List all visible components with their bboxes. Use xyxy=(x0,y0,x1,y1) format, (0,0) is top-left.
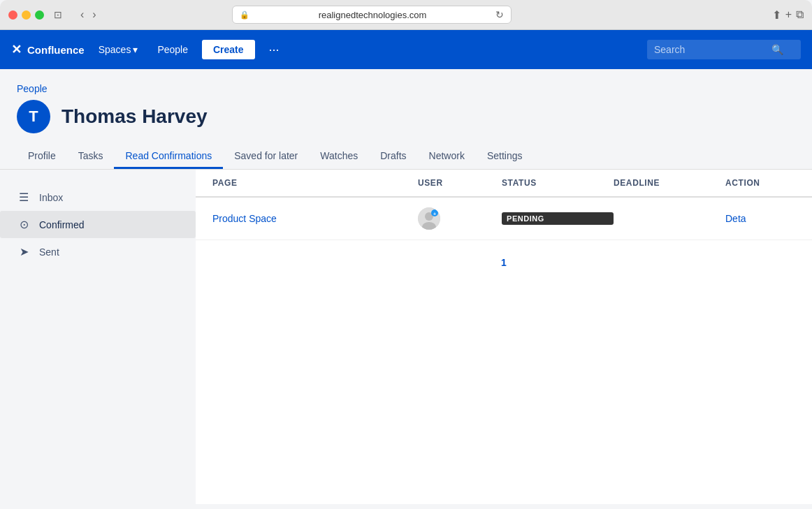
confluence-logo-text: Confluence xyxy=(27,44,85,56)
table-header: Page User Status Deadline Action xyxy=(196,170,812,198)
tab-drafts[interactable]: Drafts xyxy=(369,145,417,169)
search-icon: 🔍 xyxy=(771,44,783,55)
svg-text:+: + xyxy=(433,212,436,216)
sidebar-item-confirmed[interactable]: ⊙ Confirmed xyxy=(0,211,196,238)
profile-tabs: Profile Tasks Read Confirmations Saved f… xyxy=(17,145,795,169)
inbox-icon: ☰ xyxy=(17,191,31,204)
sidebar-item-label-sent: Sent xyxy=(39,246,59,258)
table-row: Product Space + PENDING Deta xyxy=(196,198,812,240)
user-avatar: + xyxy=(418,207,440,230)
spaces-nav-item[interactable]: Spaces ▾ xyxy=(93,40,144,59)
address-bar[interactable]: 🔒 realignedtechnologies.com ↻ xyxy=(232,6,512,24)
spaces-chevron-icon: ▾ xyxy=(133,44,138,55)
confluence-logo[interactable]: ✕ Confluence xyxy=(11,42,85,57)
content-panel: Page User Status Deadline Action Product… xyxy=(196,170,812,504)
page-link[interactable]: Product Space xyxy=(212,213,418,224)
avatar-initials: T xyxy=(29,108,38,126)
new-tab-button[interactable]: + xyxy=(785,8,792,22)
page-title: Thomas Harvey xyxy=(61,105,208,128)
sidebar-item-inbox[interactable]: ☰ Inbox xyxy=(0,184,196,211)
browser-chrome: ⊡ ‹ › 🔒 realignedtechnologies.com ↻ ⬆ + … xyxy=(0,0,812,30)
page-number-1[interactable]: 1 xyxy=(495,254,512,271)
url-text: realignedtechnologies.com xyxy=(254,10,491,20)
create-button[interactable]: Create xyxy=(202,40,255,59)
duplicate-button[interactable]: ⧉ xyxy=(796,8,804,22)
send-icon: ➤ xyxy=(17,245,31,258)
breadcrumb-people: People xyxy=(17,83,48,94)
sidebar-toggle-button[interactable]: ⊡ xyxy=(50,8,66,22)
spaces-label: Spaces xyxy=(99,44,131,55)
col-header-action: Action xyxy=(725,178,795,188)
tab-network[interactable]: Network xyxy=(418,145,476,169)
tab-settings[interactable]: Settings xyxy=(476,145,534,169)
browser-navigation: ‹ › xyxy=(78,7,99,22)
confluence-logo-icon: ✕ xyxy=(11,42,22,57)
browser-actions: ⬆ + ⧉ xyxy=(772,8,804,22)
tab-tasks[interactable]: Tasks xyxy=(67,145,115,169)
sidebar: ☰ Inbox ⊙ Confirmed ➤ Sent xyxy=(0,170,196,504)
share-button[interactable]: ⬆ xyxy=(772,8,781,22)
tab-read-confirmations[interactable]: Read Confirmations xyxy=(114,145,223,169)
traffic-lights xyxy=(8,10,44,20)
col-header-deadline: Deadline xyxy=(614,178,725,188)
pagination: 1 xyxy=(196,240,812,285)
sidebar-item-label-confirmed: Confirmed xyxy=(39,219,85,230)
people-nav-item[interactable]: People xyxy=(152,40,194,59)
avatar: T xyxy=(17,100,50,133)
sidebar-item-label-inbox: Inbox xyxy=(39,192,63,203)
profile-breadcrumb[interactable]: People xyxy=(17,83,795,94)
tab-profile[interactable]: Profile xyxy=(17,145,67,169)
more-options-button[interactable]: ··· xyxy=(263,40,285,60)
top-nav: ✕ Confluence Spaces ▾ People Create ··· … xyxy=(0,30,812,69)
profile-header: People T Thomas Harvey Profile Tasks Rea… xyxy=(0,69,812,170)
people-label: People xyxy=(157,44,188,55)
back-button[interactable]: ‹ xyxy=(78,7,87,22)
status-badge: PENDING xyxy=(502,212,614,225)
fullscreen-traffic-light[interactable] xyxy=(35,10,44,20)
user-avatar-icon: + xyxy=(418,207,440,230)
sidebar-item-sent[interactable]: ➤ Sent xyxy=(0,238,196,265)
tab-saved-for-later[interactable]: Saved for later xyxy=(223,145,309,169)
forward-button[interactable]: › xyxy=(89,7,99,22)
check-circle-icon: ⊙ xyxy=(17,218,31,231)
tab-watches[interactable]: Watches xyxy=(309,145,369,169)
action-link[interactable]: Deta xyxy=(725,213,795,224)
reload-button[interactable]: ↻ xyxy=(495,9,504,20)
main-content: ☰ Inbox ⊙ Confirmed ➤ Sent Page User Sta… xyxy=(0,170,812,504)
col-header-user: User xyxy=(418,178,502,188)
close-traffic-light[interactable] xyxy=(8,10,17,20)
app: ✕ Confluence Spaces ▾ People Create ··· … xyxy=(0,30,812,504)
minimize-traffic-light[interactable] xyxy=(22,10,31,20)
profile-info: T Thomas Harvey xyxy=(17,100,795,133)
lock-icon: 🔒 xyxy=(240,10,249,20)
search-input[interactable] xyxy=(654,44,766,55)
search-bar[interactable]: 🔍 xyxy=(647,40,801,59)
col-header-page: Page xyxy=(212,178,418,188)
col-header-status: Status xyxy=(502,178,614,188)
